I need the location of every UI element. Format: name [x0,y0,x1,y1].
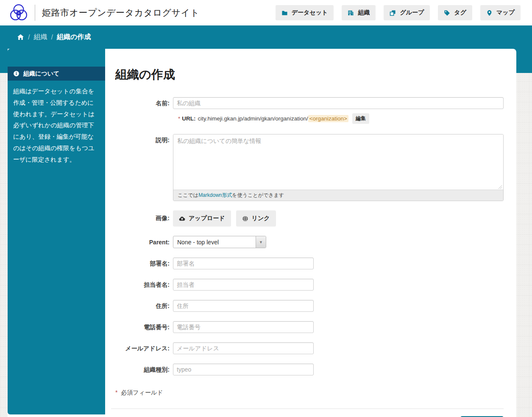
breadcrumb-organizations-link[interactable]: 組織 [33,33,47,42]
content-wrapper: 組織について 組織はデータセットの集合を作成・管理・公開するために使われます。デ… [8,49,516,417]
info-icon [13,70,19,77]
url-preview: * URL: city.himeji.gkan.jp/admin/gkan/or… [178,113,516,124]
building-icon [348,10,354,16]
parent-label: Parent: [105,239,170,246]
breadcrumb-current: 組織の作成 [57,33,91,42]
department-input[interactable] [173,257,314,269]
sidebar: 組織について 組織はデータセットの集合を作成・管理・公開するために使われます。デ… [8,49,105,414]
nav-datasets-button[interactable]: データセット [276,5,334,20]
markdown-note-post: を使うことができます [232,192,284,198]
breadcrumb: / 組織 / 組織の作成 [0,25,532,49]
nav-organizations-button[interactable]: 組織 [342,5,376,20]
image-label: 画像: [105,215,170,222]
email-row: メールアドレス: [105,342,516,354]
brand-divider [35,5,35,21]
phone-row: 電話番号: [105,321,516,333]
contact-person-label: 担当者名: [105,279,170,289]
nav-label: マップ [496,9,515,17]
globe-icon [242,215,248,222]
form-actions: 組織の作成 [111,409,504,417]
image-link-label: リンク [252,215,270,222]
breadcrumb-home-link[interactable] [17,34,24,41]
department-row: 部署名: [105,257,516,269]
required-asterisk: * [115,389,117,396]
name-label: 名前: [105,97,170,107]
breadcrumb-separator: / [51,34,53,41]
sidebar-heading-label: 組織について [23,70,59,78]
parent-select-value: None - top level [173,239,256,246]
required-fields-note: * 必須フィールド [115,389,516,397]
nav-map-button[interactable]: マップ [480,5,521,20]
address-input[interactable] [173,300,314,312]
url-prefix: city.himeji.gkan.jp/admin/gkan/organizat… [198,115,308,122]
upload-icon [179,215,185,222]
map-marker-icon [486,10,493,16]
sidebar-heading: 組織について [8,67,105,81]
folder-icon [281,10,288,16]
breadcrumb-separator: / [28,34,30,41]
site-logo-icon [9,3,28,22]
url-slug: <organization> [308,115,348,122]
site-logo-link[interactable]: 姫路市オープンデータカタログサイト [9,3,199,22]
parent-row: Parent: None - top level ▼ [105,236,516,248]
nav-label: 組織 [358,9,370,17]
required-asterisk: * [178,115,180,122]
image-link-button[interactable]: リンク [236,210,276,227]
email-input[interactable] [173,342,314,354]
sidebar-help-text: 組織はデータセットの集合を作成・管理・公開するために使われます。データセットは必… [8,81,105,171]
org-type-row: 組織種別: [105,364,516,375]
image-row: 画像: アップロード リンク [105,210,516,227]
email-label: メールアドレス: [105,342,170,353]
nav-label: タグ [454,9,466,17]
address-row: 住所: [105,300,516,312]
image-upload-label: アップロード [189,215,225,222]
parent-select[interactable]: None - top level ▼ [173,236,266,248]
phone-label: 電話番号: [105,321,170,331]
name-input[interactable] [173,97,504,109]
page-title: 組織の作成 [115,67,516,83]
nav-groups-button[interactable]: グループ [384,5,430,20]
description-row: 説明: ここではMarkdown形式を使うことができます [105,134,516,201]
resize-handle-icon [498,185,502,189]
org-type-label: 組織種別: [105,364,170,374]
markdown-editor: ここではMarkdown形式を使うことができます [173,134,504,201]
url-edit-button[interactable]: 編集 [352,113,369,124]
markdown-note: ここではMarkdown形式を使うことができます [173,190,503,201]
url-label: URL: [182,115,195,122]
description-label: 説明: [105,134,170,144]
nav-label: データセット [292,9,328,17]
address-label: 住所: [105,300,170,310]
main-content: 組織の作成 名前: * URL: city.himeji.gkan.jp/adm… [105,49,516,417]
phone-input[interactable] [173,321,314,333]
contact-person-input[interactable] [173,279,314,291]
org-type-input[interactable] [173,364,314,375]
contact-person-row: 担当者名: [105,279,516,291]
resize-handle[interactable] [173,185,503,190]
nav-tags-button[interactable]: タグ [438,5,472,20]
name-row: 名前: [105,97,516,109]
organization-form: 名前: * URL: city.himeji.gkan.jp/admin/gka… [105,97,516,417]
site-title: 姫路市オープンデータカタログサイト [42,7,199,19]
masthead: 姫路市オープンデータカタログサイト データセット 組織 [0,0,532,25]
tag-icon [444,10,450,16]
markdown-format-link[interactable]: Markdown形式 [198,192,232,198]
description-textarea[interactable] [173,134,503,185]
main-nav: データセット 組織 グループ [276,5,521,20]
chevron-down-icon: ▼ [256,236,266,248]
image-upload-button[interactable]: アップロード [173,210,231,227]
home-icon [17,34,24,41]
department-label: 部署名: [105,257,170,268]
markdown-note-pre: ここでは [178,192,198,198]
clone-icon [390,10,396,16]
required-note-text: 必須フィールド [119,389,163,396]
nav-label: グループ [400,9,424,17]
